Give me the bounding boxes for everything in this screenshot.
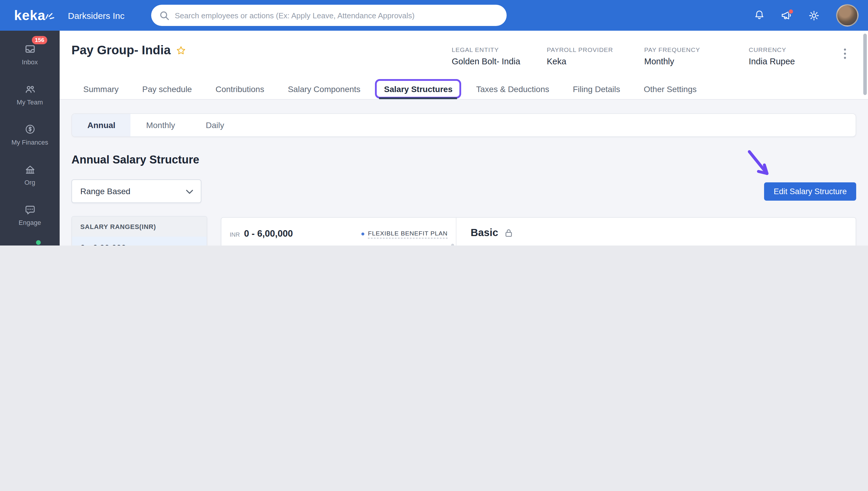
tab-salary-structures[interactable]: Salary Structures: [372, 79, 465, 99]
search-input[interactable]: [151, 5, 507, 26]
section-title: Annual Salary Structure: [72, 153, 199, 167]
tab-pay-schedule[interactable]: Pay schedule: [131, 79, 204, 99]
user-avatar[interactable]: [836, 4, 859, 27]
salary-ranges-panel: SALARY RANGES(INR) 0 - 6,00,000 Class A …: [72, 216, 207, 246]
sidebar-item-my-finances[interactable]: My Finances: [0, 115, 60, 154]
global-search: [151, 5, 507, 26]
salary-structure-card: INR 0 - 6,00,000 FLEXIBLE BENEFIT PLAN E…: [221, 217, 856, 246]
company-name: Darksiders Inc: [68, 10, 124, 20]
component-detail: Basic Formula for Value / Fixed Value [C…: [456, 218, 856, 246]
topbar-actions: [749, 0, 859, 31]
sidebar-item-label: Org: [25, 179, 35, 186]
tab-summary[interactable]: Summary: [72, 79, 131, 99]
range-type-dropdown[interactable]: Range Based: [72, 179, 201, 203]
sidebar-item-inbox[interactable]: Inbox 156: [0, 34, 60, 74]
sidebar-item-hire[interactable]: Hire: [0, 235, 60, 246]
meta-value: Golden Bolt- India: [452, 57, 520, 66]
edit-salary-structure-button[interactable]: Edit Salary Structure: [764, 182, 856, 201]
component-list-header: INR 0 - 6,00,000 FLEXIBLE BENEFIT PLAN: [221, 218, 456, 246]
dropdown-selected-value: Range Based: [80, 186, 131, 196]
inbox-icon: [24, 43, 36, 55]
meta-label: PAY FREQUENCY: [644, 46, 700, 53]
component-list: INR 0 - 6,00,000 FLEXIBLE BENEFIT PLAN E…: [221, 218, 456, 246]
tab-filing-details[interactable]: Filing Details: [561, 79, 632, 99]
currency-label: INR: [230, 231, 240, 238]
meta-label: CURRENCY: [749, 46, 795, 53]
flexible-benefit-plan-link[interactable]: FLEXIBLE BENEFIT PLAN: [361, 229, 448, 238]
lock-icon: [503, 228, 513, 238]
period-tab-annual[interactable]: Annual: [72, 114, 131, 136]
meta-pay-frequency: PAY FREQUENCY Monthly: [644, 46, 700, 66]
paygroup-tabs: Summary Pay schedule Contributions Salar…: [72, 79, 708, 99]
hire-briefcase-icon: [24, 244, 36, 246]
sidebar-item-label: My Finances: [11, 139, 49, 146]
meta-label: PAYROLL PROVIDER: [547, 46, 613, 53]
brand-wordmark: keka: [14, 7, 46, 23]
confetti-icon: [44, 11, 55, 19]
app: keka Darksiders Inc Inbox 156: [0, 0, 868, 246]
announcements-megaphone-icon[interactable]: [776, 5, 797, 26]
kebab-menu-icon[interactable]: [840, 47, 850, 60]
tab-taxes-deductions[interactable]: Taxes & Deductions: [465, 79, 561, 99]
meta-value: Monthly: [644, 57, 700, 66]
annotation-arrow: [746, 149, 777, 181]
meta-legal-entity: LEGAL ENTITY Golden Bolt- India: [452, 46, 520, 66]
page-scrollbar[interactable]: [863, 34, 867, 95]
favorite-star-icon[interactable]: [176, 45, 186, 55]
finances-icon: [24, 123, 36, 135]
settings-gear-icon[interactable]: [803, 5, 824, 26]
range-value: 0 - 6,00,000: [80, 243, 198, 246]
tab-salary-components[interactable]: Salary Components: [276, 79, 372, 99]
range-title: 0 - 6,00,000: [244, 228, 292, 239]
detail-title: Basic: [471, 227, 498, 239]
keka-logo[interactable]: keka: [0, 7, 60, 23]
sidebar-item-label: Inbox: [22, 59, 38, 65]
meta-currency: CURRENCY India Rupee: [749, 46, 795, 66]
org-building-icon: [24, 164, 36, 175]
sidebar-item-my-team[interactable]: My Team: [0, 74, 60, 115]
engage-icon: [24, 204, 36, 215]
sidebar: Inbox 156 My Team My Finances Org Engage…: [0, 31, 60, 246]
team-icon: [24, 83, 36, 95]
meta-payroll-provider: PAYROLL PROVIDER Keka: [547, 46, 613, 66]
chevron-down-icon: [186, 190, 193, 194]
page-title: Pay Group- India: [72, 43, 171, 57]
component-list-scrollbar[interactable]: [451, 244, 454, 246]
announcements-badge-dot: [788, 9, 793, 14]
period-tabs: Annual Monthly Daily: [72, 113, 856, 137]
meta-value: Keka: [547, 57, 613, 66]
tab-other-settings[interactable]: Other Settings: [632, 79, 708, 99]
paygroup-header: Pay Group- India LEGAL ENTITY Golden Bol…: [60, 31, 868, 100]
hire-notification-dot: [35, 239, 42, 246]
topbar: keka Darksiders Inc: [0, 0, 868, 31]
sidebar-item-org[interactable]: Org: [0, 154, 60, 195]
meta-label: LEGAL ENTITY: [452, 46, 520, 53]
tab-contributions[interactable]: Contributions: [204, 79, 276, 99]
meta-value: India Rupee: [749, 57, 795, 66]
notifications-bell-icon[interactable]: [749, 5, 770, 26]
period-tab-daily[interactable]: Daily: [190, 114, 240, 136]
salary-range-item[interactable]: 0 - 6,00,000 Class A FBP: [72, 237, 207, 246]
period-tab-monthly[interactable]: Monthly: [131, 114, 190, 136]
inbox-count-badge: 156: [32, 36, 47, 44]
sidebar-item-label: My Team: [17, 99, 43, 106]
bullet-dot: [361, 232, 364, 235]
salary-ranges-header: SALARY RANGES(INR): [72, 216, 207, 237]
sidebar-item-engage[interactable]: Engage: [0, 195, 60, 235]
sidebar-item-label: Engage: [19, 220, 41, 226]
